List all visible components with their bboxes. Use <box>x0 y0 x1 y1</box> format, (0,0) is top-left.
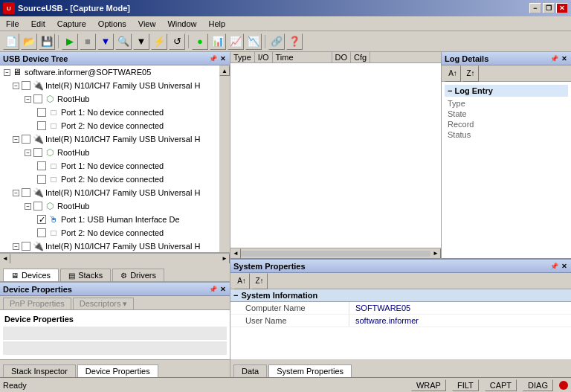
usb-device-tree[interactable]: − 🖥 software.informer@SOFTWARE05 − 🔌 Int… <box>0 65 230 253</box>
tree-node-port3-1[interactable]: ✓ 🖱 Port 1: USB Human Interface De <box>0 213 219 226</box>
tree-node-ctrl3[interactable]: − 🔌 Intel(R) N10/ICH7 Family USB Univers… <box>0 186 219 199</box>
pin-device-props-icon[interactable]: 📌 <box>208 285 218 294</box>
tree-vscrollbar[interactable]: ▲ ▼ <box>219 65 230 253</box>
col-time[interactable]: Time <box>273 52 332 62</box>
toolbar-down[interactable]: ▼ <box>97 33 114 50</box>
checkbox-ctrl4[interactable] <box>22 242 30 251</box>
scroll-up-btn[interactable]: ▲ <box>219 65 230 76</box>
toolbar-chart2[interactable]: 📈 <box>228 33 244 50</box>
col-cfg[interactable]: Cfg <box>351 52 370 62</box>
toolbar-lightning[interactable]: ⚡ <box>151 33 167 50</box>
log-sort-az[interactable]: A↑ <box>445 65 461 82</box>
col-do[interactable]: DO <box>332 52 352 62</box>
diag-button[interactable]: DIAG <box>523 379 553 391</box>
checkbox-port1-2[interactable] <box>37 121 46 130</box>
close-device-props-icon[interactable]: ✕ <box>219 285 227 294</box>
hscroll-right-btn[interactable]: ► <box>219 254 230 264</box>
menu-file[interactable]: File <box>0 18 25 30</box>
pin-icon[interactable]: 📌 <box>208 54 218 63</box>
restore-button[interactable]: ❐ <box>543 3 555 13</box>
toolbar-filter[interactable]: ▼ <box>133 33 149 50</box>
toolbar-search[interactable]: 🔍 <box>115 33 132 50</box>
pin-sys-icon[interactable]: 📌 <box>549 262 559 271</box>
tree-node-ctrl2[interactable]: − 🔌 Intel(R) N10/ICH7 Family USB Univers… <box>0 132 219 146</box>
wrap-button[interactable]: WRAP <box>411 379 446 391</box>
tree-node-hub1[interactable]: − ⬡ RootHub <box>0 92 219 106</box>
menu-edit[interactable]: Edit <box>25 18 51 30</box>
checkbox-ctrl1[interactable] <box>22 81 30 90</box>
expand-ctrl4[interactable]: − <box>13 243 19 250</box>
checkbox-port3-2[interactable] <box>37 228 46 237</box>
collapse-sys-icon[interactable]: − <box>233 291 238 300</box>
close-sys-icon[interactable]: ✕ <box>561 262 568 271</box>
tree-node-ctrl4[interactable]: − 🔌 Intel(R) N10/ICH7 Family USB Univers… <box>0 240 219 253</box>
tree-node-port3-2[interactable]: □ Port 2: No device connected <box>0 226 219 240</box>
pin-log-icon[interactable]: 📌 <box>549 54 559 63</box>
toolbar-play[interactable]: ▶ <box>62 33 78 50</box>
toolbar-chart3[interactable]: 📉 <box>245 33 262 50</box>
expand-ctrl1[interactable]: − <box>13 83 19 89</box>
sys-sort-az[interactable]: A↑ <box>233 273 250 289</box>
menu-options[interactable]: Options <box>92 18 132 30</box>
close-panel-icon[interactable]: ✕ <box>219 54 227 63</box>
toolbar-help[interactable]: ❓ <box>286 33 303 50</box>
checkbox-ctrl3[interactable] <box>22 188 30 197</box>
checkbox-port2-2[interactable] <box>37 175 46 184</box>
descriptors-tab[interactable]: Descriptors ▾ <box>73 298 135 309</box>
sys-sort-za[interactable]: Z↑ <box>251 273 268 289</box>
toolbar-connect[interactable]: 🔗 <box>268 33 285 50</box>
scroll-track[interactable] <box>219 76 230 253</box>
checkbox-port1-1[interactable] <box>37 108 46 117</box>
checkbox-port2-1[interactable] <box>37 161 46 170</box>
tree-node-port2-2[interactable]: □ Port 2: No device connected <box>0 173 219 186</box>
checkbox-hub3[interactable] <box>33 202 42 211</box>
filt-button[interactable]: FILT <box>452 379 479 391</box>
checkbox-hub2[interactable] <box>33 148 42 157</box>
capture-hscroll-right[interactable]: ► <box>430 248 441 259</box>
menu-help[interactable]: Help <box>203 18 232 30</box>
expand-ctrl3[interactable]: − <box>13 190 19 196</box>
pnp-props-tab[interactable]: PnP Properties <box>3 298 71 309</box>
tree-node-hub2[interactable]: − ⬡ RootHub <box>0 146 219 159</box>
tab-data[interactable]: Data <box>233 364 267 377</box>
close-log-icon[interactable]: ✕ <box>561 54 568 63</box>
log-sort-za[interactable]: Z↑ <box>462 65 479 82</box>
capt-button[interactable]: CAPT <box>485 379 517 391</box>
col-type[interactable]: Type <box>230 52 255 62</box>
expand-computer[interactable]: − <box>4 69 10 76</box>
collapse-log-icon[interactable]: − <box>448 86 452 95</box>
menu-capture[interactable]: Capture <box>51 18 92 30</box>
toolbar-chart1[interactable]: 📊 <box>210 33 226 50</box>
toolbar-stop[interactable]: ■ <box>80 33 96 50</box>
tab-drivers[interactable]: ⚙ Drivers <box>112 269 164 281</box>
capture-content[interactable] <box>230 63 441 248</box>
toolbar-open[interactable]: 📂 <box>21 33 37 50</box>
toolbar-new[interactable]: 📄 <box>3 33 19 50</box>
menu-window[interactable]: Window <box>161 18 202 30</box>
tab-stacks[interactable]: ▤ Stacks <box>60 269 111 281</box>
expand-ctrl2[interactable]: − <box>13 136 19 143</box>
tree-node-port1-1[interactable]: □ Port 1: No device connected <box>0 106 219 119</box>
menu-view[interactable]: View <box>132 18 162 30</box>
checkbox-port3-1[interactable]: ✓ <box>37 215 46 224</box>
tab-stack-inspector[interactable]: Stack Inspector <box>3 364 76 377</box>
capture-hscroll-left[interactable]: ◄ <box>230 248 241 259</box>
expand-hub1[interactable]: − <box>25 96 31 103</box>
tab-devices[interactable]: 🖥 Devices <box>3 269 59 281</box>
tree-node-hub3[interactable]: − ⬡ RootHub <box>0 199 219 213</box>
hscroll-left-btn[interactable]: ◄ <box>0 254 10 264</box>
hscroll-track[interactable] <box>10 254 219 264</box>
tree-node-port2-1[interactable]: □ Port 1: No device connected <box>0 159 219 173</box>
minimize-button[interactable]: − <box>529 3 541 13</box>
tree-node-port1-2[interactable]: □ Port 2: No device connected <box>0 119 219 132</box>
col-io[interactable]: I/O <box>255 52 273 62</box>
toolbar-refresh[interactable]: ↺ <box>169 33 185 50</box>
expand-hub2[interactable]: − <box>25 150 31 156</box>
close-button[interactable]: ✕ <box>556 3 568 13</box>
tab-system-properties[interactable]: System Properties <box>268 364 352 377</box>
expand-hub3[interactable]: − <box>25 203 31 210</box>
checkbox-hub1[interactable] <box>33 94 42 103</box>
toolbar-save[interactable]: 💾 <box>39 33 55 50</box>
toolbar-circle[interactable]: ● <box>192 33 208 50</box>
capture-hscroll-track[interactable] <box>241 251 430 257</box>
